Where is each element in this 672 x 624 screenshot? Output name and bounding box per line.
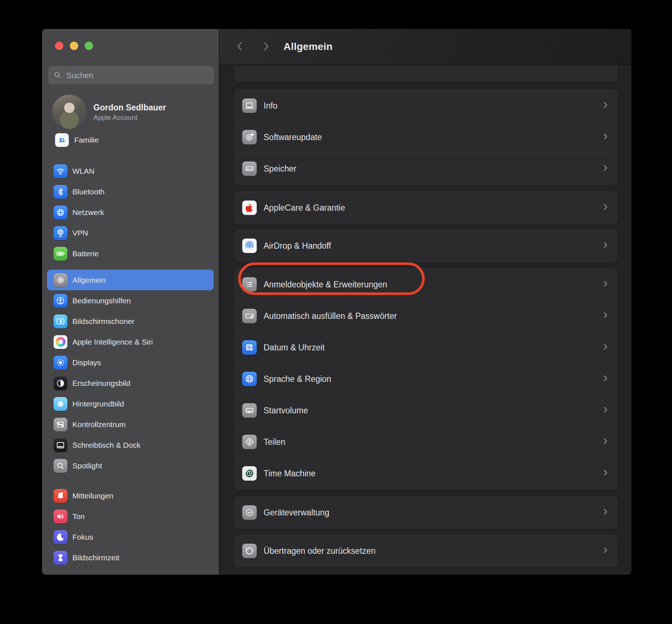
search-input[interactable] <box>66 71 209 81</box>
sidebar-item-ton[interactable]: Ton <box>47 506 214 527</box>
sidebar-item-wlan[interactable]: WLAN <box>47 161 214 181</box>
sidebar-item-netzwerk[interactable]: Netzwerk <box>47 202 214 223</box>
chevron-right-icon <box>601 374 609 384</box>
sidebar-item-allgemein[interactable]: Allgemein <box>47 270 214 290</box>
settings-row-teilen[interactable]: Teilen <box>235 426 617 458</box>
vpn-icon <box>54 226 67 240</box>
settings-row-speicher[interactable]: Speicher <box>235 153 617 184</box>
settings-row-info[interactable]: Info <box>235 90 617 121</box>
search-icon <box>53 71 62 81</box>
close-button[interactable] <box>55 42 63 50</box>
sidebar-item-schreibtisch-dock[interactable]: Schreibtisch & Dock <box>47 435 214 455</box>
chevron-right-icon <box>601 311 609 321</box>
chevron-right-icon <box>601 343 609 352</box>
chevron-left-icon <box>235 41 244 53</box>
window-controls <box>55 42 219 50</box>
sidebar-item-fokus[interactable]: Fokus <box>47 527 214 547</box>
appearance-icon <box>54 376 67 390</box>
settings-row-ger-teverwaltung[interactable]: Geräteverwaltung <box>235 497 617 528</box>
sidebar-item-batterie[interactable]: Batterie <box>47 243 214 264</box>
sidebar: Gordon Sedlbauer Apple Account Familie W… <box>42 29 219 575</box>
settings-row--bertragen-oder-zur-cksetzen[interactable]: Übertragen oder zurücksetzen <box>235 535 617 566</box>
settings-row-anmeldeobjekte-erweiterungen[interactable]: Anmeldeobjekte & Erweiterungen <box>235 269 617 300</box>
minimize-button[interactable] <box>70 42 78 50</box>
settings-row-label: Info <box>264 101 277 111</box>
zoom-button[interactable] <box>85 42 93 50</box>
system-settings-window: Gordon Sedlbauer Apple Account Familie W… <box>42 29 631 575</box>
sidebar-item-label: Bluetooth <box>72 187 105 196</box>
sidebar-item-bedienungshilfen[interactable]: Bedienungshilfen <box>47 290 214 311</box>
apple-logo-icon <box>242 201 257 215</box>
globe-icon <box>242 372 257 386</box>
sidebar-section: AllgemeinBedienungshilfenBildschirmschon… <box>47 270 214 476</box>
chevron-right-icon <box>601 280 609 289</box>
moon-icon <box>54 530 67 544</box>
search-field[interactable] <box>48 66 214 84</box>
chevron-right-icon <box>601 469 609 478</box>
sidebar-item-label: Kontrollzentrum <box>72 420 126 429</box>
gear-badge-icon <box>242 130 257 144</box>
settings-row-applecare-garantie[interactable]: AppleCare & Garantie <box>235 192 617 223</box>
settings-row-softwareupdate[interactable]: Softwareupdate <box>235 122 617 153</box>
settings-row-datum-uhrzeit[interactable]: Datum & Uhrzeit <box>235 332 617 363</box>
sidebar-item-bluetooth[interactable]: Bluetooth <box>47 181 214 202</box>
sidebar-item-erscheinungsbild[interactable]: Erscheinungsbild <box>47 373 214 393</box>
sidebar-item-label: Ton <box>72 512 85 521</box>
chevron-right-icon <box>601 546 609 556</box>
sidebar-item-label: Hintergrundbild <box>72 400 124 408</box>
chevron-right-icon <box>601 203 609 212</box>
back-button[interactable] <box>235 41 244 52</box>
settings-row-label: AirDrop & Handoff <box>264 241 331 251</box>
sidebar-item-label: Bildschirmzeit <box>72 553 119 562</box>
accessibility-icon <box>54 294 67 308</box>
sun-icon <box>54 356 67 370</box>
sidebar-item-label: Bedienungshilfen <box>72 296 131 305</box>
sidebar-item-spotlight[interactable]: Spotlight <box>47 455 214 476</box>
autofill-icon <box>242 309 257 323</box>
battery-icon <box>54 247 67 261</box>
sidebar-item-hintergrundbild[interactable]: Hintergrundbild <box>47 393 214 414</box>
settings-row-sprache-region[interactable]: Sprache & Region <box>235 363 617 395</box>
hourglass-icon <box>54 551 67 565</box>
settings-group: AppleCare & Garantie <box>235 192 617 224</box>
bluetooth-icon <box>54 185 67 199</box>
settings-row-airdrop-handoff[interactable]: AirDrop & Handoff <box>235 230 617 261</box>
sidebar-item-kontrollzentrum[interactable]: Kontrollzentrum <box>47 414 214 435</box>
airdrop-icon <box>242 239 257 253</box>
settings-row-automatisch-ausf-llen-passw-rter[interactable]: Automatisch ausfüllen & Passwörter <box>235 300 617 332</box>
time-machine-icon <box>242 466 257 481</box>
family-icon <box>55 133 69 147</box>
sidebar-item-vpn[interactable]: VPN <box>47 223 214 243</box>
sidebar-item-label: Bildschirmschoner <box>72 317 135 326</box>
sidebar-item-familie[interactable]: Familie <box>50 132 214 148</box>
settings-row-time-machine[interactable]: Time Machine <box>235 458 617 489</box>
sidebar-nav: WLANBluetoothNetzwerkVPNBatterieAllgemei… <box>42 161 219 568</box>
sidebar-item-displays[interactable]: Displays <box>47 352 214 373</box>
avatar <box>52 94 87 130</box>
sidebar-item-bildschirmschoner[interactable]: Bildschirmschoner <box>47 311 214 332</box>
sidebar-item-apple-intelligence-siri[interactable]: Apple Intelligence & Siri <box>47 332 214 352</box>
main-panel: Allgemein InfoSoftwareupdateSpeicherAppl… <box>219 29 631 575</box>
profile-row[interactable]: Gordon Sedlbauer Apple Account <box>52 94 214 130</box>
settings-row-label: Time Machine <box>264 469 316 478</box>
sidebar-item-mitteilungen[interactable]: Mitteilungen <box>47 485 214 506</box>
magnifier-icon <box>54 459 67 473</box>
settings-group: InfoSoftwareupdateSpeicher <box>235 90 617 185</box>
settings-group-partial <box>235 66 617 81</box>
sidebar-item-label: Familie <box>74 136 99 144</box>
chevron-right-icon <box>601 241 609 250</box>
chevron-right-icon <box>601 437 609 447</box>
settings-row-startvolume[interactable]: Startvolume <box>235 395 617 426</box>
page-title: Allgemein <box>284 41 333 52</box>
settings-row-label: Startvolume <box>264 406 308 416</box>
harddrive-icon <box>242 161 257 176</box>
settings-row-label: Übertragen oder zurücksetzen <box>264 546 375 556</box>
sidebar-item-label: WLAN <box>72 167 94 176</box>
chevron-right-icon <box>601 406 609 415</box>
settings-group: Anmeldeobjekte & ErweiterungenAutomatisc… <box>235 269 617 489</box>
settings-row-label: Automatisch ausfüllen & Passwörter <box>264 311 397 321</box>
screensaver-icon <box>54 315 67 328</box>
chevron-right-icon <box>601 101 609 110</box>
sidebar-item-bildschirmzeit[interactable]: Bildschirmzeit <box>47 547 214 568</box>
forward-button[interactable] <box>261 41 271 52</box>
